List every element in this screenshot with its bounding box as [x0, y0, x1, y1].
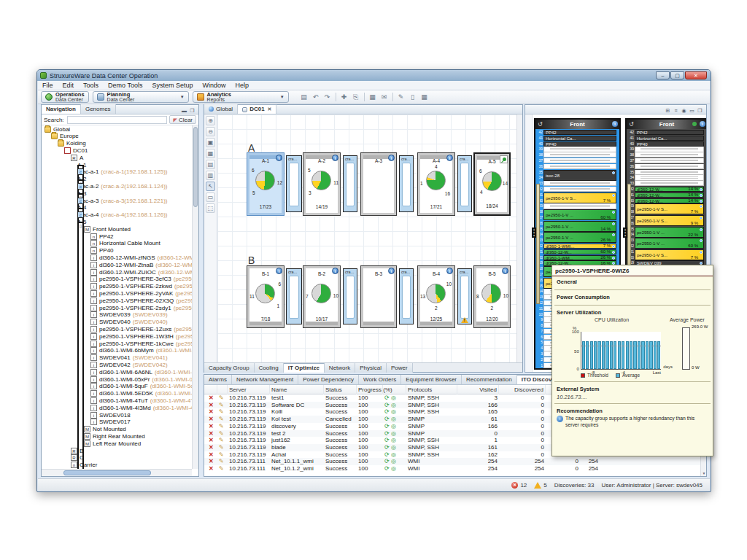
menu-help[interactable]: Help [235, 82, 249, 89]
info-icon[interactable]: i [446, 268, 453, 274]
edit-icon[interactable]: ✎ [217, 402, 228, 409]
rack-unit[interactable]: dl360-12-W...14 % [635, 192, 704, 198]
column-header-Protocols[interactable]: Protocols [406, 385, 457, 394]
delete-icon[interactable]: ✕ [207, 451, 217, 459]
close-button[interactable]: ✕ [685, 71, 707, 79]
rack-unit[interactable]: PP40 [635, 141, 704, 147]
mail-icon[interactable]: ✉ [379, 92, 390, 102]
tree-item-right-rear-mounted[interactable]: MRight Rear Mounted [84, 432, 145, 440]
crac-unit[interactable]: cra... [286, 155, 302, 212]
perspective-operations[interactable]: Operations Data Center [41, 91, 89, 103]
run-stop-icons[interactable]: ⟳ ◎ [383, 408, 406, 416]
column-header-Server[interactable]: Server [228, 385, 270, 394]
delete-icon[interactable]: ✕ [207, 408, 217, 416]
tree-item-swdev018[interactable]: iSWDEV018 [90, 411, 131, 419]
info-icon[interactable]: i [700, 121, 705, 127]
crac-unit[interactable]: cra... [399, 155, 414, 212]
floorplan-rack-b-4[interactable]: B-4i1310212/25 [417, 265, 455, 328]
tree-item-swdev039[interactable]: iSWDEV039(SWDEV039) [90, 311, 168, 319]
tree-item-dl360-1-wmi-5ed5k[interactable]: idl360-1-WMI-5ED5K(dl360-1-WMI-5ED5K) [90, 390, 192, 397]
edit-icon[interactable]: ✎ [217, 430, 228, 438]
column-header-icon[interactable] [217, 385, 228, 394]
floorplan-canvas[interactable]: AA-1i612517/23cra...A-2i511314/19cra...A… [217, 114, 516, 362]
tree-item-swdev042[interactable]: iSWDEV042(SWDEV042) [90, 361, 168, 368]
run-stop-icons[interactable]: ⟳ ◎ [383, 394, 406, 402]
minimize-button[interactable]: – [656, 71, 670, 79]
tree-item-pe2950-1-vsphere-1zuxs[interactable]: ipe2950-1-VSPHERE-1Zuxs(pe2950-1-VSPHERE… [90, 325, 192, 332]
tree-horizontal-scrollbar[interactable] [42, 469, 192, 476]
layer-tab-power[interactable]: Power [387, 363, 413, 373]
tree-item-dl360-1-wmi-6bmym[interactable]: idl360-1-WMI-6bMym(dl360-1-WMI-6bMym) [90, 347, 192, 354]
tree-item-dl360-12-wmi-ztnab[interactable]: idl360-12-WMI-ZtnaB(dl360-12-WMI-ZtnaB) [90, 261, 192, 268]
edit-icon[interactable]: ✎ [217, 394, 228, 402]
floorplan-rack-a-3[interactable]: A-3i [360, 152, 397, 216]
run-stop-icons[interactable]: ⟳ ◎ [383, 402, 406, 409]
tree-item-dl360-1-wmi-5quf[interactable]: idl360-1-WMI-5quF(dl360-1-WMI-5quF) [90, 383, 192, 390]
delete-icon[interactable]: ✕ [207, 423, 217, 430]
menu-window[interactable]: Window [202, 82, 225, 89]
floorplan-rack-a-1[interactable]: A-1i612517/23 [247, 152, 285, 216]
map-tool-7[interactable]: ▭ [206, 192, 215, 202]
column-header-icon[interactable] [383, 385, 406, 394]
delete-icon[interactable]: ✕ [207, 437, 217, 444]
tree-item-pe2950-1-vsphere-2zkwd[interactable]: ipe2950-1-VSPHERE-2zkwd(pe2950-1-VSPHERE… [90, 283, 192, 290]
pin-icon[interactable]: ✚ [339, 92, 349, 102]
info-icon[interactable]: i [388, 268, 395, 274]
tab-equipment-browser[interactable]: Equipment Browser [401, 375, 462, 384]
column-header-Progress (%)[interactable]: Progress (%) [357, 385, 383, 394]
floorplan-rack-b-2[interactable]: B-2i71010/17 [303, 265, 341, 328]
tree-item-dl360-1-wmi-4tut[interactable]: idl360-1-WMI-4TuT(dl360-1-WMI-4TuT) [90, 397, 192, 404]
crac-unit[interactable]: cra... [457, 155, 472, 212]
rack-unit[interactable]: dl360-12-W...60 % [543, 249, 616, 254]
warning-count[interactable]: 5 [534, 482, 546, 489]
run-stop-icons[interactable]: ⟳ ◎ [383, 451, 406, 459]
tree-item-swdev017[interactable]: iSWDEV017 [90, 419, 131, 426]
close-tab-icon[interactable]: ✕ [268, 105, 272, 114]
rack-unit[interactable]: pe2950-1-V S...9 % [635, 215, 704, 226]
tree-item-swdev041[interactable]: iSWDEV041(SWDEV041) [90, 354, 168, 362]
undo-icon[interactable]: ↶ [311, 92, 321, 102]
rack-unit[interactable]: pe2950-1-V ...60 % [635, 238, 704, 249]
tree-item-pp42[interactable]: nPP42 [90, 233, 114, 240]
layer-tab-capacity-group[interactable]: Capacity Group [204, 363, 255, 373]
tab-work-orders[interactable]: Work Orders [359, 375, 401, 384]
edit-icon[interactable]: ✎ [217, 444, 228, 451]
tab-recommendation[interactable]: Recommendation [462, 375, 517, 384]
delete-icon[interactable]: ✕ [207, 444, 217, 451]
layer-tab-it-optimize[interactable]: IT Optimize [284, 363, 325, 373]
table-row[interactable]: ✕✎10.216.73.111Net_10.1.2_wmiSuccess100⟳… [204, 465, 700, 472]
rotate-icon[interactable]: ↺ [538, 120, 543, 129]
crac-unit[interactable]: cra... [343, 155, 357, 212]
edit-icon[interactable]: ✎ [217, 423, 228, 430]
clear-button[interactable]: ◤ Clear [169, 115, 196, 124]
map-tool-6[interactable]: ↖ [206, 182, 215, 191]
column-header-icon[interactable] [207, 385, 217, 394]
rack-unit[interactable]: pe2950-1-V S...7 % [635, 203, 704, 214]
tree-item-dl360-12-wmi-zuioc[interactable]: idl360-12-WMI-ZUIOC(dl360-12-WMI-ZUIOC) [90, 268, 192, 276]
run-stop-icons[interactable]: ⟳ ◎ [383, 444, 406, 451]
tree-item-a-1[interactable]: ▯A-1 [77, 161, 86, 168]
info-icon[interactable]: i [332, 268, 338, 274]
tree-item-left-rear-mounted[interactable]: MLeft Rear Mounted [84, 440, 141, 447]
tree-item-dl360-1-wmi-4i3md[interactable]: idl360-1-WMI-4I3Md(dl360-1-WMI-4I3Md) [90, 404, 192, 411]
tree-item-dl360-1-wmi-6a6nl[interactable]: idl360-1-WMI-6A6NL(dl360-1-WMI-6A6NL) [90, 368, 192, 376]
floorplan-rack-b-5[interactable]: B-5i810212/20 [473, 265, 511, 328]
maximize-button[interactable]: ▢ [670, 71, 684, 79]
info-icon[interactable]: i [276, 155, 282, 161]
tree-item-kolding[interactable]: Kolding [58, 140, 86, 147]
save-icon[interactable]: ▤ [299, 92, 309, 102]
paste-icon[interactable]: ⎘ [351, 92, 361, 102]
export-table-icon[interactable]: ▦ [419, 92, 430, 102]
column-header-Name[interactable]: Name [270, 385, 324, 394]
tree-item-dc01[interactable]: DC01 [64, 147, 88, 154]
rack-panel-icon-3[interactable]: ▭ [688, 106, 696, 114]
tab-power-dependency[interactable]: Power Dependency [298, 375, 359, 384]
run-stop-icons[interactable]: ⟳ ◎ [383, 416, 406, 423]
map-tool-3[interactable]: ▦ [206, 149, 215, 158]
rack-unit[interactable]: pe2950-1-V ...26 % [543, 232, 616, 243]
crac-unit[interactable]: cra... [286, 268, 302, 324]
tree-item-pe2950-1-vsphere-02x3q[interactable]: ipe2950-1-VSPHERE-02X3Q(pe2950-1-VSPHERE… [90, 297, 192, 304]
layer-tab-network[interactable]: Network [325, 363, 355, 373]
tree-item-not-mounted[interactable]: MNot Mounted [84, 426, 126, 433]
menu-tools[interactable]: Tools [83, 82, 98, 89]
